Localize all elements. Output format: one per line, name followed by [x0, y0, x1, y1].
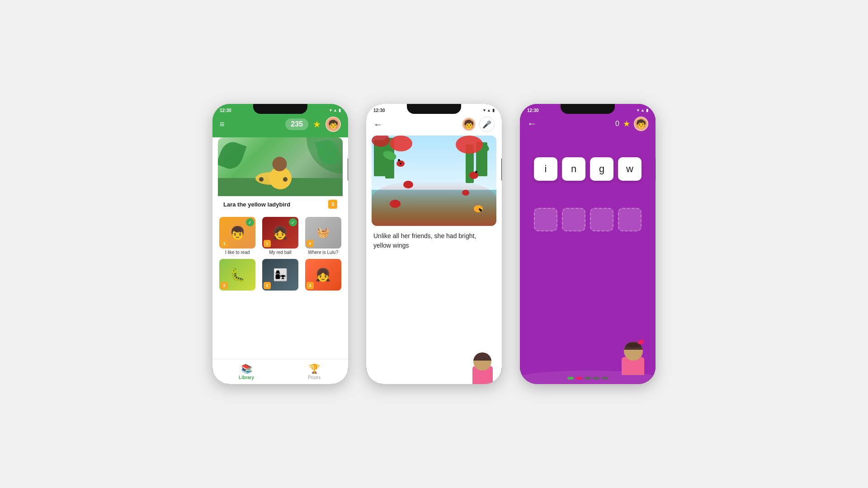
book-item-5[interactable]: 👩‍👧 2 [261, 259, 300, 292]
book-item-1[interactable]: 👦 ✓ 1 I like to read [218, 217, 257, 255]
progress-dot-5 [602, 377, 608, 380]
progress-dot-2 [576, 377, 582, 380]
letter-g: g [599, 163, 604, 175]
letter-w: w [626, 163, 633, 175]
book-title-1: I like to read [225, 250, 250, 255]
level-badge-5: 2 [264, 282, 271, 289]
signal-icon-2: ▲ [487, 108, 491, 113]
reading-header: ← 🧒 🎤 [366, 115, 502, 136]
letter-tiles-row: i n g w [520, 135, 656, 190]
progress-dot-4 [593, 377, 599, 380]
featured-book[interactable]: Lara the yellow ladybird 3 [218, 137, 343, 212]
screen-library: 12:30 ▾ ▲ ▮ ≡ 235 ★ 🧒 [212, 104, 348, 384]
featured-title-text: Lara the yellow ladybird [223, 201, 290, 208]
battery-icon-2: ▮ [492, 108, 495, 113]
book-item-6[interactable]: 👧 3 [303, 259, 343, 292]
letter-tile-g[interactable]: g [590, 157, 613, 181]
book-title-3: Where is Lulu? [308, 250, 338, 255]
nav-prizes[interactable]: 🏆 Prizes [280, 359, 348, 384]
status-time-2: 12:30 [373, 108, 385, 113]
story-image [372, 136, 496, 226]
status-bar-3: 12:30 ▾ ▲ ▮ [520, 104, 656, 115]
header-icons: 🧒 🎤 [462, 117, 495, 132]
app-header-1: ≡ 235 ★ 🧒 [212, 115, 348, 137]
featured-book-image [218, 137, 343, 196]
bottom-nav: 📚 Library 🏆 Prizes [212, 359, 348, 384]
quiz-back-button[interactable]: ← [527, 118, 537, 130]
story-text: Unlike all her friends, she had bright, … [366, 226, 502, 256]
book-grid: 👦 ✓ 1 I like to read 👧 ✓ 1 My red ball 🧺 [212, 217, 348, 292]
book-thumb-4: 🐛 2 [219, 259, 255, 291]
wifi-icon-2: ▾ [483, 108, 486, 113]
wifi-icon: ▾ [330, 108, 332, 113]
nav-library-label: Library [239, 375, 254, 380]
nav-prizes-label: Prizes [308, 375, 321, 380]
quiz-header: ← 0 ★ 🧒 [520, 115, 656, 135]
level-badge-4: 2 [221, 282, 228, 289]
status-time-3: 12:30 [527, 108, 539, 113]
completed-badge-2: ✓ [289, 218, 297, 226]
book-thumb-2: 👧 ✓ 1 [262, 217, 298, 249]
status-bar-2: 12:30 ▾ ▲ ▮ [366, 104, 502, 115]
quiz-score: 0 [615, 120, 619, 128]
nav-library[interactable]: 📚 Library [212, 359, 280, 384]
quiz-avatar: 🧒 [634, 117, 648, 131]
level-badge-3: 2 [307, 240, 314, 247]
ladybug-scene [372, 136, 496, 226]
book-item-4[interactable]: 🐛 2 [218, 259, 257, 292]
quiz-character [617, 334, 649, 375]
signal-icon: ▲ [333, 108, 337, 113]
prizes-icon: 🏆 [309, 363, 320, 374]
book-thumb-3: 🧺 2 [305, 217, 341, 249]
book-title-2: My red ball [269, 250, 292, 255]
battery-icon-3: ▮ [646, 108, 648, 113]
book-scene [218, 137, 343, 196]
book-item-2[interactable]: 👧 ✓ 1 My red ball [261, 217, 300, 255]
progress-dot-3 [585, 377, 591, 380]
letter-tile-w[interactable]: w [618, 157, 642, 181]
featured-level-badge: 3 [328, 200, 337, 209]
letter-n: n [571, 163, 576, 175]
answer-slot-2[interactable] [562, 208, 585, 231]
screen-reading: 12:30 ▾ ▲ ▮ ← 🧒 🎤 [366, 104, 502, 384]
library-icon: 📚 [241, 363, 252, 374]
progress-dots [567, 377, 608, 380]
status-icons-1: ▾ ▲ ▮ [330, 108, 341, 113]
reading-character [468, 346, 497, 384]
book-thumb-6: 👧 3 [305, 259, 341, 291]
level-badge-1: 1 [221, 240, 228, 247]
battery-icon: ▮ [339, 108, 341, 113]
star-icon: ★ [313, 119, 321, 130]
answer-slot-4[interactable] [618, 208, 642, 231]
phone-library: 12:30 ▾ ▲ ▮ ≡ 235 ★ 🧒 [212, 104, 348, 384]
user-avatar-2: 🧒 [462, 117, 476, 131]
signal-icon-3: ▲ [641, 108, 645, 113]
letter-i: i [545, 163, 547, 175]
letter-tile-i[interactable]: i [534, 157, 557, 181]
phone-quiz: 12:30 ▾ ▲ ▮ ← 0 ★ 🧒 i n [520, 104, 656, 384]
progress-dot-1 [567, 377, 574, 380]
status-bar-1: 12:30 ▾ ▲ ▮ [212, 104, 348, 115]
level-badge-6: 3 [307, 282, 314, 289]
quiz-score-area: 0 ★ 🧒 [615, 117, 648, 131]
letter-tile-n[interactable]: n [562, 157, 585, 181]
book-item-3[interactable]: 🧺 2 Where is Lulu? [303, 217, 343, 255]
answer-slot-3[interactable] [590, 208, 613, 231]
back-button[interactable]: ← [373, 119, 382, 130]
status-time-1: 12:30 [220, 108, 231, 113]
book-thumb-1: 👦 ✓ 1 [219, 217, 255, 249]
answer-slot-1[interactable] [534, 208, 557, 231]
screen-quiz: 12:30 ▾ ▲ ▮ ← 0 ★ 🧒 i n [520, 104, 656, 384]
mic-button[interactable]: 🎤 [479, 117, 495, 132]
answer-slots-row [520, 190, 656, 240]
wifi-icon-3: ▾ [637, 108, 639, 113]
quiz-star-icon: ★ [623, 119, 630, 129]
featured-title-area: Lara the yellow ladybird 3 [218, 196, 343, 212]
score-display: 235 [285, 118, 308, 130]
menu-button[interactable]: ≡ [220, 120, 225, 129]
level-badge-2: 1 [264, 240, 271, 247]
book-thumb-5: 👩‍👧 2 [262, 259, 298, 291]
status-icons-2: ▾ ▲ ▮ [483, 108, 495, 113]
user-avatar[interactable]: 🧒 [326, 117, 341, 132]
status-icons-3: ▾ ▲ ▮ [637, 108, 648, 113]
